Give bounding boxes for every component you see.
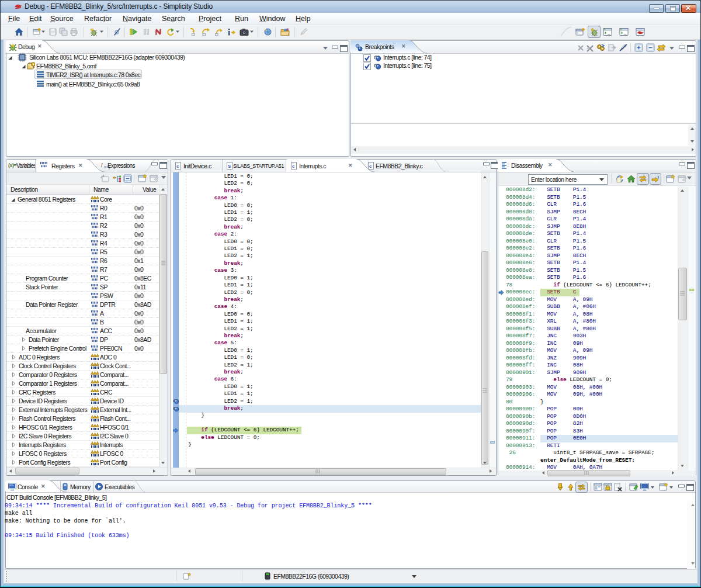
svg-text:ƒ: ƒ	[100, 162, 103, 167]
svg-text:c: c	[176, 164, 179, 169]
svg-text:S: S	[228, 164, 231, 169]
svg-text:c: c	[369, 164, 372, 169]
svg-text:c: c	[292, 164, 295, 169]
